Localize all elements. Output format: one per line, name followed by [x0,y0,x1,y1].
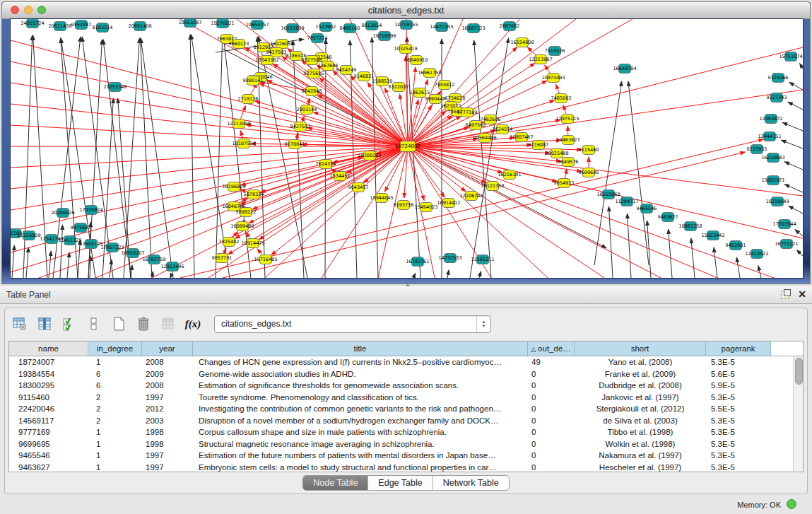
close-panel-icon[interactable]: ✕ [798,289,806,299]
red-edge[interactable] [408,146,803,196]
cell-out-de-[interactable]: 0 [528,462,575,472]
cell-out-de-[interactable]: 0 [528,403,575,415]
black-edge[interactable] [628,214,631,278]
table-row[interactable]: 1456911722003Disruption of a novel membe… [9,415,793,427]
black-edge[interactable] [784,162,803,170]
black-edge[interactable] [788,102,803,110]
cell-out-de-[interactable]: 0 [528,368,575,380]
cell-short[interactable]: Yano et al. (2008) [575,356,706,368]
black-edge[interactable] [800,64,803,69]
table-row[interactable]: 1830029562008Estimation of significance … [9,380,793,392]
cell-short[interactable]: Nakamura et al. (1997) [575,450,706,462]
column-header-year[interactable]: year [142,341,193,356]
black-edge[interactable] [628,81,649,265]
black-edge[interactable] [691,238,695,278]
red-edge[interactable] [259,146,408,240]
cell-in-degree[interactable]: 2 [88,392,142,404]
black-edge[interactable] [141,38,173,278]
citation-network-graph[interactable]: 1872400776638229660123891295412226058942… [11,19,803,278]
cell-short[interactable]: Franke et al. (2009) [575,368,706,380]
cell-short[interactable]: de Silva et al. (2003) [575,415,706,427]
table-row[interactable]: 977716911998Corpus callosum shape and si… [9,426,793,438]
cell-out-de-[interactable]: 0 [528,426,575,438]
cell-name[interactable]: 19384554 [9,368,88,380]
cell-pagerank[interactable]: 5.3E-5 [706,356,771,368]
cell-year[interactable]: 1997 [142,462,193,472]
cell-name[interactable]: 18724007 [9,356,88,368]
cell-in-degree[interactable]: 6 [88,380,142,392]
cell-in-degree[interactable]: 2 [88,403,142,415]
cell-year[interactable]: 1998 [142,426,193,438]
black-edge[interactable] [479,271,481,278]
delete-table-button[interactable] [134,315,153,333]
cell-pagerank[interactable]: 5.3E-5 [706,415,771,427]
red-edge[interactable] [249,146,408,223]
black-edge[interactable] [325,39,326,278]
cell-in-degree[interactable]: 1 [88,356,142,368]
cell-title[interactable]: Embryonic stem cells: a model to study s… [193,462,528,472]
cell-name[interactable]: 9465546 [9,450,88,462]
black-edge[interactable] [789,82,803,90]
black-edge[interactable] [447,270,449,278]
tab-network-table[interactable]: Network Table [433,476,509,490]
black-edge[interactable] [67,252,69,278]
column-header-out-de-[interactable]: △out_de… [528,341,575,356]
cell-year[interactable]: 2008 [142,380,193,392]
black-edge[interactable] [669,229,672,278]
black-edge[interactable] [23,35,33,278]
cell-in-degree[interactable]: 1 [88,450,142,462]
black-edge[interactable] [131,265,132,278]
cell-title[interactable]: Genome-wide association studies in ADHD. [193,368,528,380]
black-edge[interactable] [293,40,304,278]
black-edge[interactable] [12,245,14,278]
cell-pagerank[interactable]: 5.3E-5 [706,438,771,450]
column-header-in-degree[interactable]: in_degree [88,341,142,356]
cell-out-de-[interactable]: 0 [528,380,575,392]
table-row[interactable]: 946554611997Estimation of the future num… [9,450,793,462]
cell-short[interactable]: Stergiakouli et al. (2012) [575,403,706,415]
cell-in-degree[interactable]: 2 [88,415,142,427]
cell-year[interactable]: 2008 [142,356,193,368]
black-edge[interactable] [190,35,194,278]
cell-in-degree[interactable]: 1 [88,462,142,472]
table-row[interactable]: 969969511998Structural magnetic resonanc… [9,438,793,450]
cell-short[interactable]: Tibbo et al. (1998) [575,426,706,438]
black-edge[interactable] [789,206,803,214]
cell-title[interactable]: Corpus callosum shape and size in male p… [193,426,528,438]
black-edge[interactable] [758,266,761,278]
cell-out-de-[interactable]: 0 [528,450,575,462]
table-row[interactable]: 911546021997Tourette syndrome. Phenomeno… [9,392,793,404]
cell-name[interactable]: 14569117 [9,415,88,427]
red-edge[interactable] [11,83,408,146]
cell-title[interactable]: Investigating the contribution of common… [193,403,528,415]
cell-in-degree[interactable]: 1 [88,426,142,438]
cell-pagerank[interactable]: 5.9E-5 [706,380,771,392]
cell-title[interactable]: Disruption of a novel member of a sodium… [193,415,528,427]
cell-short[interactable]: Hescheler et al. (1997) [575,462,706,472]
clear-selection-button[interactable] [85,315,103,333]
table-selector-dropdown[interactable]: citations_edges.txt ▲▼ [214,315,491,333]
black-edge[interactable] [781,140,803,148]
cell-title[interactable]: Estimation of the future numbers of pati… [193,450,528,462]
tab-node-table[interactable]: Node Table [303,476,368,490]
cell-title[interactable]: Tourette syndrome. Phenomenology and cla… [193,392,528,404]
table-row[interactable]: 2242004622012Investigating the contribut… [9,403,793,415]
table-row[interactable]: 1938455462009Genome-wide association stu… [9,368,793,380]
cell-year[interactable]: 2009 [142,368,193,380]
black-edge[interactable] [26,247,28,278]
column-header-title[interactable]: title [193,341,528,356]
red-edge[interactable] [408,47,803,146]
cell-year[interactable]: 1998 [142,438,193,450]
black-edge[interactable] [782,122,803,131]
column-header-pagerank[interactable]: pagerank [706,341,771,356]
black-edge[interactable] [714,247,717,278]
scrollbar-thumb[interactable] [795,358,803,385]
table-options-button[interactable] [11,315,29,333]
cell-name[interactable]: 9777169 [9,426,88,438]
cell-pagerank[interactable]: 5.3E-5 [706,450,771,462]
cell-year[interactable]: 1997 [142,450,193,462]
black-edge[interactable] [140,38,152,278]
cell-short[interactable]: Jankovic et al. (1997) [575,392,706,404]
black-edge[interactable] [736,257,740,278]
cell-year[interactable]: 2012 [142,403,193,415]
